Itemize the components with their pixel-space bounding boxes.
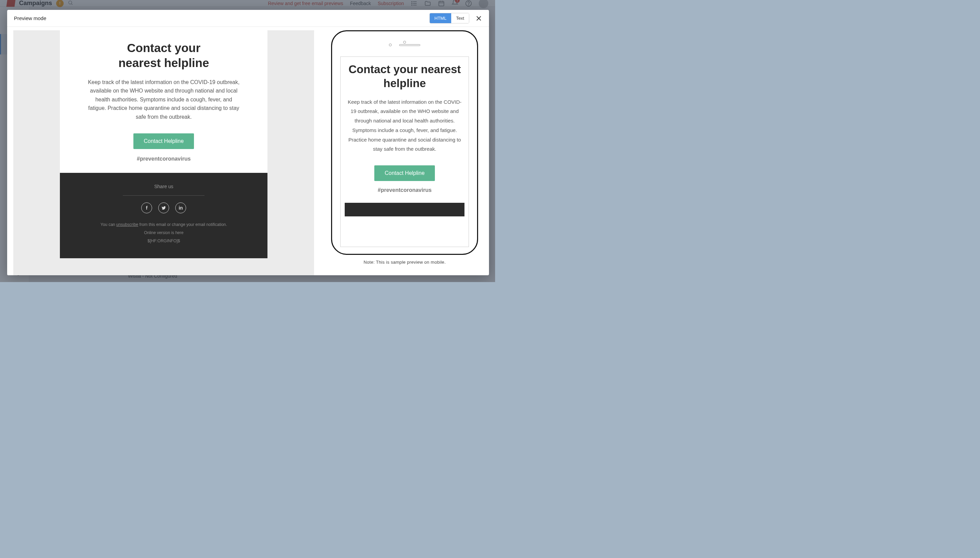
close-icon: [476, 16, 481, 21]
close-button[interactable]: [475, 15, 482, 22]
phone-camera: [403, 41, 406, 44]
social-icons-row: f in: [74, 202, 254, 213]
contact-helpline-button[interactable]: Contact Helpline: [133, 133, 194, 149]
mobile-email-content: Contact your nearest helpline Keep track…: [341, 57, 469, 217]
phone-screen: Contact your nearest helpline Keep track…: [340, 56, 469, 247]
modal-body: Contact your nearest helpline Keep track…: [7, 27, 489, 275]
desktop-preview-column: Contact your nearest helpline Keep track…: [7, 27, 320, 275]
mobile-preview-note: Note: This is sample preview on mobile.: [364, 259, 446, 265]
email-heading: Contact your nearest helpline: [80, 41, 247, 71]
email-heading-line1: Contact your: [80, 41, 247, 56]
unsubscribe-line: You can unsubscribe from this email or c…: [74, 222, 254, 228]
phone-sensor: [389, 44, 392, 46]
mobile-contact-helpline-button[interactable]: Contact Helpline: [374, 165, 435, 181]
html-toggle-button[interactable]: HTML: [430, 13, 451, 23]
email-footer: Share us f in You can unsubscribe from t…: [60, 173, 268, 258]
modal-header: Preview mode HTML Text: [7, 10, 489, 27]
online-version-line[interactable]: Online version is here: [74, 230, 254, 236]
phone-top-elements: [340, 38, 469, 53]
unsubscribe-link[interactable]: unsubscribe: [117, 222, 138, 227]
linkedin-icon[interactable]: in: [175, 202, 186, 213]
phone-speaker: [399, 44, 420, 46]
text-toggle-button[interactable]: Text: [451, 13, 469, 23]
mobile-email-footer: [345, 203, 465, 217]
modal-title: Preview mode: [14, 15, 46, 21]
orginfo-placeholder: $[HF:ORGINFO]$: [74, 238, 254, 244]
mobile-email-body: Keep track of the latest information on …: [346, 97, 463, 154]
desktop-email-content: Contact your nearest helpline Keep track…: [60, 30, 268, 258]
facebook-icon[interactable]: f: [141, 202, 152, 213]
mobile-preview-column: Contact your nearest helpline Keep track…: [320, 27, 489, 275]
desktop-email-wrap: Contact your nearest helpline Keep track…: [13, 30, 314, 275]
mobile-email-heading: Contact your nearest helpline: [346, 62, 463, 90]
email-heading-line2: nearest helpline: [80, 56, 247, 71]
unsubscribe-suffix: from this email or change your email not…: [138, 222, 227, 227]
preview-modal: Preview mode HTML Text Contact your near…: [7, 10, 489, 275]
unsubscribe-prefix: You can: [100, 222, 116, 227]
mobile-email-hashtag: #preventcoronavirus: [346, 187, 463, 193]
phone-frame: Contact your nearest helpline Keep track…: [331, 30, 478, 255]
email-body: Keep track of the latest information on …: [80, 78, 247, 121]
twitter-icon[interactable]: [158, 202, 169, 213]
view-toggle: HTML Text: [429, 13, 469, 23]
email-hashtag: #preventcoronavirus: [80, 156, 247, 162]
share-label: Share us: [74, 184, 254, 189]
